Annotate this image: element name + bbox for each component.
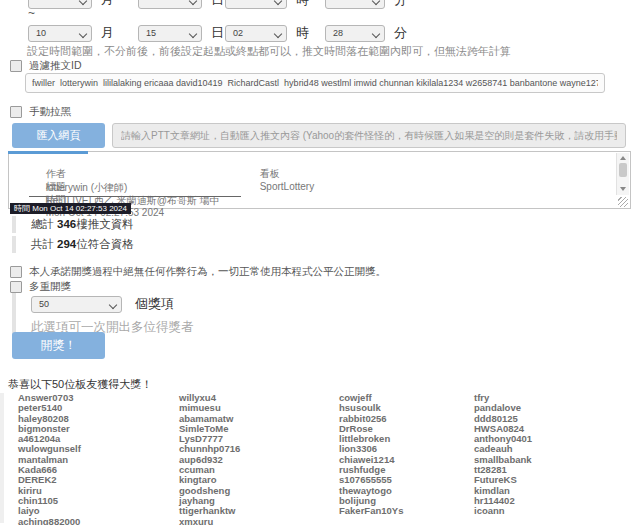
start-month-unit: 月 [28,0,114,9]
filtered-ids-input[interactable] [25,73,605,93]
scrollbar-thumb[interactable] [619,163,627,177]
start-hour-unit: 時 [225,0,309,9]
prize-count-suffix: 個獎項 [135,295,174,313]
manual-blacklist-checkbox[interactable] [10,106,22,118]
chevron-down-icon [79,0,87,5]
range-tilde: ~ [28,6,35,20]
month-label: 月 [101,0,114,9]
winner-id: icoann [474,506,532,516]
filter-id-checkbox[interactable] [10,60,22,72]
qualified-stat: 共計294位符合資格 [12,236,137,253]
month-label: 月 [101,24,114,42]
end-hour-select[interactable]: 02 [225,25,287,42]
ptt-url-input[interactable] [112,123,626,148]
article-content-textarea[interactable]: 作者 lotterywin (小律師) 看板 SportLottery 標題 R… [8,151,631,209]
minute-label: 分 [394,24,407,42]
draw-button[interactable]: 開獎！ [12,332,105,359]
chevron-down-icon [109,300,117,308]
hour-label: 時 [296,24,309,42]
selected-time-badge: 時間 Mon Oct 14 02:27:53 2024 [10,203,131,214]
article-board-line: 看板 SportLottery [243,156,314,203]
results-headline: 恭喜以下50位板友獲得大獎！ [8,377,152,392]
chevron-down-icon [189,29,197,37]
chevron-down-icon [372,0,380,5]
scroll-down-icon[interactable] [620,187,626,191]
day-label: 日 [211,0,224,9]
winner-id: xmxuru [179,517,240,525]
hour-label: 時 [296,0,309,9]
winner-id: aching882000 [18,517,81,525]
pledge-label: 本人承諾開獎過程中絕無任何作弊行為，一切正常使用本程式公平公正開獎。 [29,265,386,279]
manual-blacklist-checkline: 手動拉黑 [10,105,71,119]
total-count: 346 [57,218,76,230]
multi-draw-checkline: 多重開獎 [10,280,71,294]
time-range-hint: 設定時間範圍，不分前後，前後設定起點或終點都可以，推文時間落在範圍內即可，但無法… [27,44,511,59]
end-day-unit: 15 日 [138,24,224,42]
start-day-select[interactable] [138,0,202,9]
textarea-scrollbar[interactable] [616,153,629,195]
winner-column: tfrypandaloveddd80125HWSA0824anthony0401… [474,393,532,517]
multi-draw-label: 多重開獎 [29,280,71,294]
import-page-button[interactable]: 匯入網頁 [12,123,105,148]
chevron-down-icon [189,0,197,5]
chevron-down-icon [372,29,380,37]
winners-grid: Answer0703peter5140haley80208bigmonstera… [0,393,640,523]
winner-column: cowjeffhsusoulkrabbit0256DrRoselittlebro… [339,393,403,517]
start-month-select[interactable] [28,0,92,9]
end-minute-unit: 28 分 [325,24,407,42]
winner-column: willyxu4mimuesuabamamatwSimleToMeLysD777… [179,393,240,525]
start-minute-select[interactable] [325,0,385,9]
end-month-unit: 10 月 [28,24,114,42]
manual-blacklist-label: 手動拉黑 [29,105,71,119]
start-hour-select[interactable] [225,0,287,9]
end-month-select[interactable]: 10 [28,25,92,42]
resize-grip-icon[interactable] [618,197,628,207]
qualified-count: 294 [57,238,76,250]
board-label: 看板 [260,168,280,179]
multi-draw-checkbox[interactable] [10,281,22,293]
pledge-checkbox[interactable] [10,266,22,278]
winner-column: Answer0703peter5140haley80208bigmonstera… [18,393,81,525]
chevron-down-icon [274,29,282,37]
winner-id: FakerFan10Ys [339,506,403,516]
start-day-unit: 日 [138,0,224,9]
total-pushes-stat: 總計346樓推文資料 [12,216,137,233]
chevron-down-icon [79,29,87,37]
article-divider [29,196,241,197]
minute-label: 分 [394,0,407,9]
pledge-checkline: 本人承諾開獎過程中絕無任何作弊行為，一切正常使用本程式公平公正開獎。 [10,265,386,279]
start-minute-unit: 分 [325,0,407,9]
scroll-up-icon[interactable] [620,156,626,160]
prize-count-select[interactable]: 50 [31,296,122,313]
chevron-down-icon [274,0,282,5]
board-value: SportLottery [260,181,314,192]
end-hour-unit: 02 時 [225,24,309,42]
end-day-select[interactable]: 15 [138,25,202,42]
day-label: 日 [211,24,224,42]
end-minute-select[interactable]: 28 [325,25,385,42]
filter-id-checkline: 過濾推文ID [10,59,82,73]
selection-highlight [8,151,88,154]
ptt-lottery-tool-page: 月 日 時 分 ~ 10 月 15 日 02 時 28 分 [0,0,640,525]
filter-id-label: 過濾推文ID [29,59,82,73]
